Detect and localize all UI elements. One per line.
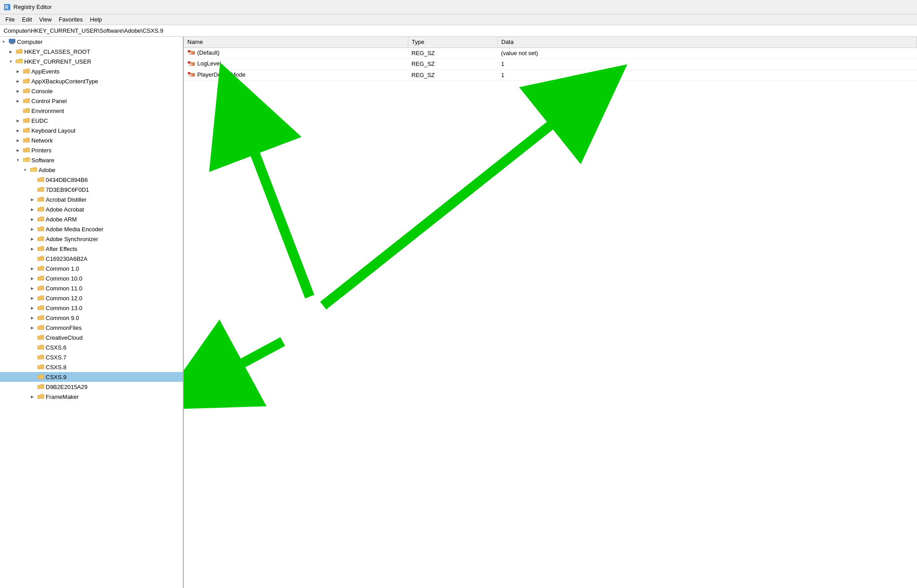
tree-node-0434dbc894b6[interactable]: 0434DBC894B6: [0, 175, 183, 185]
tree-node-common_100[interactable]: ▶Common 10.0: [0, 273, 183, 283]
folder-icon-adobe_acrobat: [37, 206, 44, 212]
expand-btn-csxs6[interactable]: [29, 344, 36, 351]
tree-node-keyboard_layout[interactable]: ▶Keyboard Layout: [0, 125, 183, 135]
tree-label-7d3eb9c6f0d1: 7D3EB9C6F0D1: [46, 186, 89, 193]
tree-node-adobe_acrobat[interactable]: ▶Adobe Acrobat: [0, 204, 183, 214]
title-bar: R Registry Editor: [0, 0, 917, 14]
tree-node-common_90[interactable]: ▶Common 9.0: [0, 313, 183, 323]
expand-btn-adobe_synchronizer[interactable]: ▶: [29, 235, 36, 242]
expand-btn-control_panel[interactable]: ▶: [14, 97, 22, 104]
tree-node-csxs6[interactable]: CSXS.6: [0, 342, 183, 352]
tree-node-appevents[interactable]: ▶AppEvents: [0, 66, 183, 76]
expand-btn-eudc[interactable]: ▶: [14, 117, 22, 124]
menu-file[interactable]: File: [2, 15, 18, 24]
tree-node-common_130[interactable]: ▶Common 13.0: [0, 303, 183, 313]
folder-icon-common_90: [37, 315, 44, 321]
tree-node-csxs9[interactable]: CSXS.9: [0, 372, 183, 382]
expand-btn-common_120[interactable]: ▶: [29, 294, 36, 302]
expand-btn-after_effects[interactable]: ▶: [29, 245, 36, 252]
tree-node-appxbackup[interactable]: ▶AppXBackupContentType: [0, 76, 183, 86]
expand-btn-7d3eb9c6f0d1[interactable]: [29, 186, 36, 193]
folder-icon-0434dbc894b6: [37, 177, 44, 183]
col-name[interactable]: Name: [184, 37, 408, 48]
expand-btn-adobe[interactable]: ▼: [22, 166, 29, 173]
tree-node-c169230a6b2a[interactable]: C169230A6B2A: [0, 254, 183, 264]
expand-btn-common_100[interactable]: ▶: [29, 275, 36, 282]
expand-btn-csxs9[interactable]: [29, 373, 36, 380]
tree-node-environment[interactable]: Environment: [0, 106, 183, 116]
tree-node-adobe_arm[interactable]: ▶Adobe ARM: [0, 214, 183, 224]
svg-text:ab: ab: [188, 52, 192, 55]
expand-btn-software[interactable]: ▼: [14, 156, 22, 164]
table-row[interactable]: ab (Default) REG_SZ(value not set): [184, 48, 917, 59]
expand-btn-keyboard_layout[interactable]: ▶: [14, 127, 22, 134]
tree-node-hkey_classes_root[interactable]: ▶HKEY_CLASSES_ROOT: [0, 47, 183, 56]
tree-node-creativecloud[interactable]: CreativeCloud: [0, 333, 183, 342]
menu-favorites[interactable]: Favorites: [55, 15, 86, 24]
reg-data-1: 1: [497, 59, 917, 70]
tree-node-common_110[interactable]: ▶Common 11.0: [0, 283, 183, 293]
expand-btn-acrobat_distiller[interactable]: ▶: [29, 196, 36, 203]
expand-btn-framemaker[interactable]: ▶: [29, 393, 36, 400]
expand-btn-csxs8[interactable]: [29, 363, 36, 371]
table-row[interactable]: ab LogLevel REG_SZ1: [184, 59, 917, 70]
expand-btn-adobe_arm[interactable]: ▶: [29, 216, 36, 223]
expand-btn-common_130[interactable]: ▶: [29, 304, 36, 311]
expand-btn-common_90[interactable]: ▶: [29, 314, 36, 321]
expand-btn-creativecloud[interactable]: [29, 334, 36, 341]
tree-label-keyboard_layout: Keyboard Layout: [31, 127, 75, 134]
expand-btn-commonfiles[interactable]: ▶: [29, 324, 36, 331]
tree-node-adobe[interactable]: ▼Adobe: [0, 165, 183, 175]
expand-btn-appevents[interactable]: ▶: [14, 68, 22, 75]
tree-node-adobe_synchronizer[interactable]: ▶Adobe Synchronizer: [0, 234, 183, 244]
expand-btn-common_10[interactable]: ▶: [29, 265, 36, 272]
expand-btn-adobe_media_encoder[interactable]: ▶: [29, 225, 36, 233]
address-text: Computer\HKEY_CURRENT_USER\Software\Adob…: [4, 27, 163, 34]
folder-icon-7d3eb9c6f0d1: [37, 186, 44, 193]
table-row[interactable]: ab PlayerDebugMode REG_SZ1: [184, 69, 917, 81]
tree-node-acrobat_distiller[interactable]: ▶Acrobat Distiller: [0, 195, 183, 204]
expand-btn-appxbackup[interactable]: ▶: [14, 78, 22, 85]
expand-btn-network[interactable]: ▶: [14, 137, 22, 144]
expand-btn-adobe_acrobat[interactable]: ▶: [29, 206, 36, 213]
tree-node-commonfiles[interactable]: ▶CommonFiles: [0, 323, 183, 333]
tree-node-framemaker[interactable]: ▶FrameMaker: [0, 392, 183, 402]
menu-edit[interactable]: Edit: [18, 15, 35, 24]
tree-label-common_90: Common 9.0: [46, 315, 79, 321]
tree-node-common_10[interactable]: ▶Common 1.0: [0, 264, 183, 273]
tree-node-computer[interactable]: ▼Computer: [0, 37, 183, 47]
expand-btn-environment[interactable]: [14, 107, 22, 114]
tree-node-software[interactable]: ▼Software: [0, 155, 183, 165]
menu-view[interactable]: View: [35, 15, 55, 24]
folder-icon-printers: [23, 147, 30, 153]
menu-help[interactable]: Help: [87, 15, 106, 24]
expand-btn-d9b2e2015a29[interactable]: [29, 383, 36, 390]
expand-btn-hkey_classes_root[interactable]: ▶: [7, 48, 14, 55]
expand-btn-common_110[interactable]: ▶: [29, 285, 36, 292]
tree-node-hkey_current_user[interactable]: ▼HKEY_CURRENT_USER: [0, 56, 183, 66]
expand-btn-csxs7[interactable]: [29, 354, 36, 361]
expand-btn-computer[interactable]: ▼: [0, 38, 7, 45]
expand-btn-console[interactable]: ▶: [14, 87, 22, 95]
tree-panel[interactable]: ▼Computer▶HKEY_CLASSES_ROOT▼HKEY_CURRENT…: [0, 37, 184, 588]
tree-node-csxs8[interactable]: CSXS.8: [0, 362, 183, 372]
tree-node-common_120[interactable]: ▶Common 12.0: [0, 293, 183, 303]
tree-node-d9b2e2015a29[interactable]: D9B2E2015A29: [0, 382, 183, 392]
expand-btn-c169230a6b2a[interactable]: [29, 255, 36, 262]
tree-node-eudc[interactable]: ▶EUDC: [0, 116, 183, 125]
tree-label-adobe_arm: Adobe ARM: [46, 216, 77, 223]
tree-node-csxs7[interactable]: CSXS.7: [0, 352, 183, 362]
tree-node-7d3eb9c6f0d1[interactable]: 7D3EB9C6F0D1: [0, 185, 183, 195]
tree-node-adobe_media_encoder[interactable]: ▶Adobe Media Encoder: [0, 224, 183, 234]
tree-node-after_effects[interactable]: ▶After Effects: [0, 244, 183, 254]
tree-node-network[interactable]: ▶Network: [0, 135, 183, 145]
expand-btn-printers[interactable]: ▶: [14, 147, 22, 154]
expand-btn-hkey_current_user[interactable]: ▼: [7, 58, 14, 65]
tree-node-printers[interactable]: ▶Printers: [0, 145, 183, 155]
expand-btn-0434dbc894b6[interactable]: [29, 176, 36, 183]
col-type[interactable]: Type: [408, 37, 497, 48]
col-data[interactable]: Data: [497, 37, 917, 48]
tree-node-control_panel[interactable]: ▶Control Panel: [0, 96, 183, 106]
tree-node-console[interactable]: ▶Console: [0, 86, 183, 96]
tree-label-c169230a6b2a: C169230A6B2A: [46, 255, 87, 262]
